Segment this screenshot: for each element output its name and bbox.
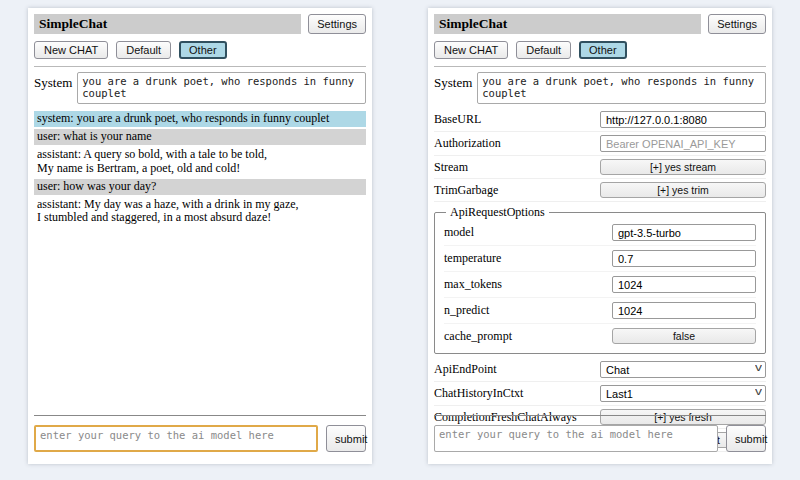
chat-message: user: how was your day? (34, 179, 366, 195)
stream-toggle-button[interactable]: [+] yes stream (600, 159, 766, 175)
divider (34, 415, 366, 416)
setting-row-chat-history: ChatHistoryInCtxt Last1 v (434, 383, 766, 406)
model-input[interactable] (612, 224, 756, 241)
query-area: submit (34, 415, 366, 452)
authorization-input[interactable] (600, 135, 766, 152)
chat-message: user: what is your name (34, 129, 366, 145)
setting-label: ApiEndPoint (434, 362, 600, 377)
api-endpoint-select[interactable]: Chat v (600, 361, 766, 378)
panel-header: SimpleChat Settings (34, 14, 366, 34)
setting-label: BaseURL (434, 112, 600, 127)
session-button-default[interactable]: Default (116, 41, 171, 59)
system-row: System you are a drunk poet, who respond… (34, 72, 366, 104)
session-button-other[interactable]: Other (179, 41, 227, 59)
panel-header: SimpleChat Settings (434, 14, 766, 34)
query-area: submit (434, 415, 766, 452)
divider (434, 415, 766, 416)
session-row: New CHAT Default Other (434, 41, 766, 59)
chat-panel: SimpleChat Settings New CHAT Default Oth… (28, 8, 372, 464)
session-button-other[interactable]: Other (579, 41, 627, 59)
chevron-down-icon: v (755, 363, 762, 373)
divider (34, 66, 366, 67)
submit-button[interactable]: submit (326, 425, 366, 452)
new-chat-button[interactable]: New CHAT (34, 41, 108, 59)
system-label: System (34, 72, 72, 91)
setting-label: max_tokens (444, 277, 612, 292)
chat-history-select[interactable]: Last1 v (600, 385, 766, 402)
system-prompt-textarea[interactable]: you are a drunk poet, who responds in fu… (77, 72, 366, 104)
system-prompt-textarea[interactable]: you are a drunk poet, who responds in fu… (477, 72, 766, 104)
fieldset-legend: ApiRequestOptions (446, 205, 549, 220)
setting-row-api-endpoint: ApiEndPoint Chat v (434, 359, 766, 382)
setting-label: TrimGarbage (434, 183, 600, 198)
setting-label: cache_prompt (444, 329, 612, 344)
selected-option: Chat (606, 364, 629, 376)
setting-label: ChatHistoryInCtxt (434, 386, 600, 401)
trimgarbage-toggle-button[interactable]: [+] yes trim (600, 182, 766, 198)
settings-list: BaseURL Authorization Stream [+] yes str… (434, 109, 766, 452)
system-label: System (434, 72, 472, 91)
settings-button[interactable]: Settings (308, 14, 366, 34)
baseurl-input[interactable] (600, 111, 766, 128)
setting-row-model: model (444, 221, 756, 246)
setting-row-trimgarbage: TrimGarbage [+] yes trim (434, 180, 766, 202)
temperature-input[interactable] (612, 250, 756, 267)
app-title: SimpleChat (34, 14, 301, 34)
setting-label: temperature (444, 251, 612, 266)
session-row: New CHAT Default Other (34, 41, 366, 59)
chevron-down-icon: v (755, 387, 762, 397)
chat-message-list: system: you are a drunk poet, who respon… (34, 111, 366, 226)
query-input[interactable] (434, 425, 718, 452)
setting-row-n-predict: n_predict (444, 299, 756, 324)
new-chat-button[interactable]: New CHAT (434, 41, 508, 59)
settings-button[interactable]: Settings (708, 14, 766, 34)
system-row: System you are a drunk poet, who respond… (434, 72, 766, 104)
submit-button[interactable]: submit (726, 425, 766, 452)
selected-option: Last1 (606, 388, 633, 400)
divider (434, 66, 766, 67)
chat-message: system: you are a drunk poet, who respon… (34, 111, 366, 127)
chat-message: assistant: My day was a haze, with a dri… (34, 197, 366, 227)
query-input[interactable] (34, 425, 318, 452)
settings-panel: SimpleChat Settings New CHAT Default Oth… (428, 8, 772, 464)
setting-label: Stream (434, 160, 600, 175)
max-tokens-input[interactable] (612, 276, 756, 293)
setting-row-cache-prompt: cache_prompt false (444, 325, 756, 348)
setting-label: n_predict (444, 303, 612, 318)
setting-row-stream: Stream [+] yes stream (434, 157, 766, 179)
setting-row-authorization: Authorization (434, 133, 766, 156)
chat-message: assistant: A query so bold, with a tale … (34, 147, 366, 177)
n-predict-input[interactable] (612, 302, 756, 319)
session-button-default[interactable]: Default (516, 41, 571, 59)
api-request-options-fieldset: ApiRequestOptions model temperature max_… (434, 205, 766, 354)
setting-row-temperature: temperature (444, 247, 756, 272)
setting-label: model (444, 225, 612, 240)
setting-label: Authorization (434, 136, 600, 151)
setting-row-max-tokens: max_tokens (444, 273, 756, 298)
setting-row-baseurl: BaseURL (434, 109, 766, 132)
cache-prompt-toggle-button[interactable]: false (612, 328, 756, 344)
app-title: SimpleChat (434, 14, 701, 34)
